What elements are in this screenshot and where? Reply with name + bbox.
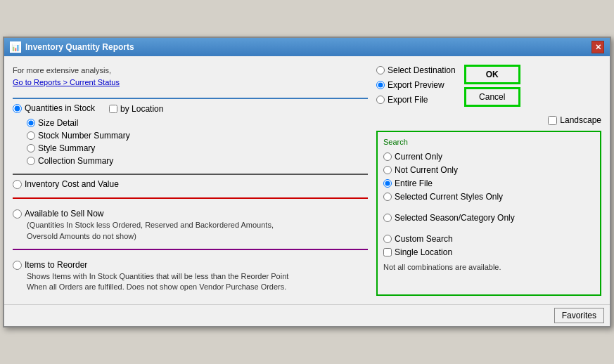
blue-divider <box>13 98 368 99</box>
current-only-label[interactable]: Current Only <box>395 152 442 162</box>
entire-file-row: Entire File <box>383 178 594 189</box>
selected-season-radio[interactable] <box>383 214 392 222</box>
style-summary-radio[interactable] <box>27 144 35 152</box>
blue-divider-2 <box>13 174 368 175</box>
by-location-label[interactable]: by Location <box>120 104 163 114</box>
export-preview-radio[interactable] <box>376 81 385 89</box>
search-box: Search Current Only Not Current Only Ent… <box>376 131 601 296</box>
available-radio-row: Available to Sell Now <box>13 209 368 219</box>
search-options: Current Only Not Current Only Entire Fil… <box>383 151 594 258</box>
available-section: Available to Sell Now (Quantities In Sto… <box>13 209 368 242</box>
custom-search-label[interactable]: Custom Search <box>395 234 453 244</box>
favorites-button[interactable]: Favorites <box>554 308 604 323</box>
custom-search-row: Custom Search <box>383 233 594 245</box>
available-desc2: Oversold Amounts do not show) <box>27 231 368 242</box>
export-preview-label[interactable]: Export Preview <box>388 80 444 90</box>
available-label[interactable]: Available to Sell Now <box>25 209 104 219</box>
entire-file-label[interactable]: Entire File <box>395 178 433 188</box>
hint-line2: Go to Reports > Current Status <box>13 77 368 89</box>
selected-season-row: Selected Season/Category Only <box>383 212 594 223</box>
inventory-cost-radio-row: Inventory Cost and Value <box>13 179 368 189</box>
landscape-label[interactable]: Landscape <box>560 115 601 125</box>
style-summary-label[interactable]: Style Summary <box>38 143 95 153</box>
current-only-row: Current Only <box>383 151 594 162</box>
reorder-radio-row: Items to Reorder <box>13 260 368 270</box>
go-to-reports: Go to Reports > Current Status <box>13 78 120 86</box>
red-divider <box>13 197 368 199</box>
reorder-label[interactable]: Items to Reorder <box>25 260 87 270</box>
not-all-text: Not all combinations are available. <box>383 263 594 271</box>
search-spacer1 <box>383 204 594 210</box>
export-file-label[interactable]: Export File <box>388 95 428 105</box>
not-current-label[interactable]: Not Current Only <box>395 165 458 175</box>
export-file-row: Export File <box>376 94 456 105</box>
collection-summary-radio[interactable] <box>27 157 35 165</box>
reorder-section: Items to Reorder Shows Items with In Sto… <box>13 260 368 293</box>
reorder-radio[interactable] <box>13 261 22 270</box>
search-title: Search <box>383 138 594 146</box>
quantities-sub-options: Size Detail Stock Number Summary Style S… <box>13 117 368 167</box>
dialog-title: Inventory Quantity Reports <box>25 42 134 52</box>
dialog-window: 📊 Inventory Quantity Reports ✕ For more … <box>3 37 611 327</box>
export-preview-row: Export Preview <box>376 79 456 91</box>
by-location-row: by Location <box>109 103 163 115</box>
quantities-label[interactable]: Quantities in Stock <box>25 103 95 113</box>
size-detail-radio[interactable] <box>27 119 35 127</box>
select-destination-row: Select Destination <box>376 65 456 76</box>
inventory-cost-label[interactable]: Inventory Cost and Value <box>25 179 119 189</box>
bottom-bar: Favorites <box>4 304 610 326</box>
quantities-radio-row: Quantities in Stock <box>13 103 95 113</box>
right-panel: Select Destination Export Preview Export… <box>376 65 601 296</box>
selected-current-radio[interactable] <box>383 193 392 201</box>
custom-search-radio[interactable] <box>383 235 392 243</box>
button-section: OK Cancel <box>464 65 520 107</box>
inventory-cost-section: Inventory Cost and Value <box>13 179 368 190</box>
style-summary-row: Style Summary <box>27 143 368 154</box>
landscape-row: Landscape <box>376 115 601 125</box>
ok-button[interactable]: OK <box>464 65 520 84</box>
not-current-radio[interactable] <box>383 166 392 174</box>
spacer2 <box>13 254 368 260</box>
available-desc: (Quantities In Stock less Ordered, Reser… <box>13 220 368 242</box>
selected-season-label[interactable]: Selected Season/Category Only <box>395 213 515 223</box>
cancel-button[interactable]: Cancel <box>464 87 520 107</box>
single-location-label[interactable]: Single Location <box>395 247 452 257</box>
available-desc1: (Quantities In Stock less Ordered, Reser… <box>27 220 368 230</box>
quantities-radio[interactable] <box>13 104 22 113</box>
selected-current-label[interactable]: Selected Current Styles Only <box>395 192 503 202</box>
current-only-radio[interactable] <box>383 152 392 161</box>
destination-section: Select Destination Export Preview Export… <box>376 65 456 105</box>
close-button[interactable]: ✕ <box>591 41 604 53</box>
title-bar: 📊 Inventory Quantity Reports ✕ <box>4 38 610 56</box>
dialog-icon: 📊 <box>10 41 21 53</box>
top-right-area: Select Destination Export Preview Export… <box>376 65 601 107</box>
reorder-desc2: When all Orders are fulfilled. Does not … <box>27 282 368 292</box>
not-current-row: Not Current Only <box>383 164 594 176</box>
single-location-row: Single Location <box>383 247 594 258</box>
stock-number-label[interactable]: Stock Number Summary <box>38 131 130 141</box>
title-bar-left: 📊 Inventory Quantity Reports <box>10 41 134 53</box>
by-location-checkbox[interactable] <box>109 105 117 113</box>
size-detail-row: Size Detail <box>27 117 368 129</box>
export-file-radio[interactable] <box>376 96 385 104</box>
collection-summary-label[interactable]: Collection Summary <box>38 156 113 166</box>
select-destination-label[interactable]: Select Destination <box>388 65 456 75</box>
reorder-desc: Shows Items with In Stock Quantities tha… <box>13 271 368 293</box>
size-detail-label[interactable]: Size Detail <box>38 118 78 128</box>
stock-number-row: Stock Number Summary <box>27 130 368 141</box>
search-spacer2 <box>383 226 594 231</box>
reorder-desc1: Shows Items with In Stock Quantities tha… <box>27 271 368 282</box>
entire-file-radio[interactable] <box>383 179 392 188</box>
stock-number-radio[interactable] <box>27 131 35 140</box>
available-radio[interactable] <box>13 209 22 219</box>
hint-line1: For more extensive analysis, <box>13 65 368 77</box>
purple-divider <box>13 249 368 250</box>
landscape-checkbox[interactable] <box>548 116 557 125</box>
single-location-checkbox[interactable] <box>383 248 392 256</box>
select-destination-radio[interactable] <box>376 66 385 74</box>
dialog-body: For more extensive analysis, Go to Repor… <box>4 56 610 304</box>
inventory-cost-radio[interactable] <box>13 180 22 189</box>
quantities-section: Quantities in Stock by Location Size Det… <box>13 103 368 167</box>
spacer1 <box>13 203 368 209</box>
left-panel: For more extensive analysis, Go to Repor… <box>13 65 368 296</box>
